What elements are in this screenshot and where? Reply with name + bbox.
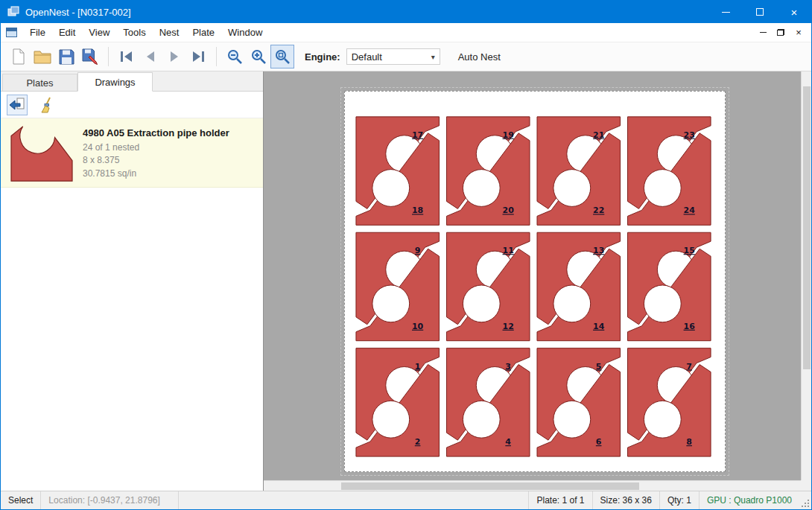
status-gpu: GPU : Quadro P1000 bbox=[699, 491, 799, 509]
engine-label: Engine: bbox=[305, 51, 340, 63]
nest-canvas[interactable]: 171819202122232491011121314151612345678 bbox=[264, 71, 811, 491]
menu-item-window[interactable]: Window bbox=[221, 25, 269, 41]
nest-pair-15-16[interactable]: 1516 bbox=[628, 232, 711, 340]
first-plate-button[interactable] bbox=[115, 45, 139, 68]
save-edit-icon bbox=[82, 48, 98, 65]
menu-item-view[interactable]: View bbox=[82, 25, 116, 41]
open-button[interactable] bbox=[31, 45, 54, 68]
menu-item-tools[interactable]: Tools bbox=[116, 25, 152, 41]
tab-plates[interactable]: Plates bbox=[2, 74, 77, 91]
broom-icon bbox=[39, 97, 54, 113]
horizontal-scrollbar-thumb[interactable] bbox=[341, 482, 639, 490]
part-number: 20 bbox=[503, 205, 515, 215]
status-plate: Plate: 1 of 1 bbox=[528, 491, 591, 509]
drawing-nested-count: 24 of 1 nested bbox=[83, 141, 229, 154]
zoom-in-icon bbox=[250, 48, 267, 65]
drawing-list-item[interactable]: 4980 A05 Extraction pipe holder 24 of 1 … bbox=[1, 118, 263, 188]
zoom-out-icon bbox=[226, 48, 243, 65]
title-bar: OpenNest - [N0317-002] × bbox=[1, 1, 811, 23]
close-button[interactable]: × bbox=[777, 1, 811, 23]
import-arrow-icon bbox=[9, 98, 25, 112]
previous-icon bbox=[144, 51, 157, 63]
maximize-icon bbox=[756, 8, 764, 16]
nest-pair-21-22[interactable]: 2122 bbox=[537, 117, 621, 225]
menu-item-edit[interactable]: Edit bbox=[52, 25, 82, 41]
menu-item-file[interactable]: File bbox=[23, 25, 52, 41]
part-number: 23 bbox=[684, 130, 695, 140]
nest-pair-23-24[interactable]: 2324 bbox=[628, 117, 711, 225]
resize-grip[interactable] bbox=[799, 491, 811, 509]
send-to-plate-button[interactable] bbox=[7, 95, 28, 115]
part-number: 1 bbox=[415, 362, 421, 372]
engine-select[interactable]: Default ▾ bbox=[346, 48, 440, 65]
clean-button[interactable] bbox=[37, 95, 57, 115]
nest-pair-5-6[interactable]: 56 bbox=[537, 348, 621, 456]
part-number: 14 bbox=[593, 322, 605, 331]
nest-pair-9-10[interactable]: 910 bbox=[356, 232, 440, 340]
nest-pair-3-4[interactable]: 34 bbox=[446, 348, 530, 456]
status-qty: Qty: 1 bbox=[659, 491, 699, 509]
drawings-toolbar bbox=[1, 92, 263, 118]
app-window: OpenNest - [N0317-002] × File Edit View … bbox=[0, 0, 812, 510]
nest-pair-19-20[interactable]: 1920 bbox=[446, 117, 530, 225]
vertical-scrollbar[interactable] bbox=[801, 71, 811, 480]
tab-drawings[interactable]: Drawings bbox=[77, 72, 153, 92]
zoom-in-button[interactable] bbox=[247, 45, 270, 68]
new-button[interactable] bbox=[7, 45, 31, 68]
vertical-scrollbar-thumb[interactable] bbox=[803, 86, 811, 369]
part-number: 22 bbox=[593, 205, 604, 215]
last-plate-button[interactable] bbox=[186, 45, 210, 68]
drawing-title: 4980 A05 Extraction pipe holder bbox=[83, 127, 229, 138]
part-number: 12 bbox=[503, 322, 514, 331]
previous-plate-button[interactable] bbox=[139, 45, 162, 68]
part-number: 6 bbox=[596, 437, 602, 447]
part-number: 5 bbox=[596, 362, 602, 372]
drawing-area: 30.7815 sq/in bbox=[83, 168, 229, 180]
zoom-out-button[interactable] bbox=[223, 45, 247, 68]
status-location: Location: [-0.9437, 21.8796] bbox=[41, 491, 179, 509]
new-document-icon bbox=[11, 48, 26, 65]
nest-pair-17-18[interactable]: 1718 bbox=[356, 117, 440, 225]
child-window-icon bbox=[6, 28, 17, 37]
nest-pair-11-12[interactable]: 1112 bbox=[446, 232, 530, 340]
part-number: 17 bbox=[412, 130, 423, 140]
nest-pair-1-2[interactable]: 12 bbox=[356, 348, 440, 456]
save-edit-button[interactable] bbox=[78, 45, 102, 68]
mdi-minimize-button[interactable] bbox=[756, 27, 770, 39]
part-number: 15 bbox=[684, 246, 695, 255]
nest-pair-7-8[interactable]: 78 bbox=[628, 348, 711, 456]
close-icon: × bbox=[791, 7, 798, 18]
next-plate-button[interactable] bbox=[162, 45, 186, 68]
next-icon bbox=[168, 51, 181, 63]
menu-item-plate[interactable]: Plate bbox=[185, 25, 221, 41]
save-button[interactable] bbox=[54, 45, 78, 68]
zoom-fit-button[interactable] bbox=[270, 45, 294, 68]
main-toolbar: Engine: Default ▾ Auto Nest bbox=[1, 42, 811, 71]
panel-tabstrip: Plates Drawings bbox=[1, 71, 263, 92]
plate-sheet[interactable]: 171819202122232491011121314151612345678 bbox=[344, 91, 726, 472]
maximize-button[interactable] bbox=[743, 1, 777, 23]
part-number: 9 bbox=[415, 246, 421, 255]
horizontal-scrollbar[interactable] bbox=[264, 480, 801, 491]
part-number: 8 bbox=[686, 437, 692, 447]
left-panel: Plates Drawings 4980 A05 Extraction pipe… bbox=[1, 71, 264, 491]
open-folder-icon bbox=[34, 49, 51, 64]
auto-nest-button[interactable]: Auto Nest bbox=[452, 48, 507, 66]
part-number: 21 bbox=[593, 130, 604, 140]
part-number: 10 bbox=[412, 322, 424, 331]
minimize-button[interactable] bbox=[708, 1, 743, 23]
part-number: 3 bbox=[505, 362, 511, 372]
part-thumbnail bbox=[7, 123, 77, 184]
menu-item-nest[interactable]: Nest bbox=[153, 25, 186, 41]
nest-pair-13-14[interactable]: 1314 bbox=[537, 232, 621, 340]
toolbar-separator bbox=[216, 47, 217, 66]
last-icon bbox=[191, 51, 205, 63]
nest-svg[interactable]: 171819202122232491011121314151612345678 bbox=[345, 92, 725, 471]
menu-bar: File Edit View Tools Nest Plate Window × bbox=[1, 23, 811, 42]
status-mode: Select bbox=[1, 491, 41, 509]
mdi-restore-button[interactable] bbox=[774, 27, 787, 39]
drawing-info: 4980 A05 Extraction pipe holder 24 of 1 … bbox=[83, 121, 229, 184]
part-number: 13 bbox=[593, 246, 604, 255]
mdi-close-button[interactable]: × bbox=[792, 27, 805, 39]
part-number: 11 bbox=[503, 246, 514, 255]
